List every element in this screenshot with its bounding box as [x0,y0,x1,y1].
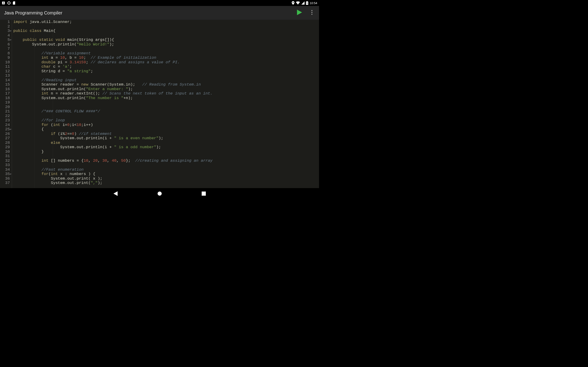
line-number: 15 [1,82,10,87]
code-line[interactable]: if (i%2==0) //if statement [13,132,319,136]
line-number: 22 [1,114,10,118]
code-line[interactable]: //Fast enumeration [13,167,319,172]
code-line[interactable] [13,73,319,78]
line-number: 23 [1,118,10,123]
code-line[interactable]: int [] numbers = {10, 20, 30, 40, 50}; /… [13,158,319,163]
code-line[interactable] [13,114,319,118]
home-button[interactable] [157,191,162,196]
line-number: 7 [1,47,10,51]
line-number: 4 [1,33,10,38]
line-number: 26 [1,132,10,136]
circle-icon [7,1,10,5]
code-line[interactable]: System.out.print(","); [13,181,319,185]
code-line[interactable]: } [13,150,319,154]
code-line[interactable]: String d = "a string"; [13,69,319,74]
code-line[interactable]: System.out.print( x ); [13,176,319,181]
app-square-icon: A [2,1,5,5]
fold-marker-icon[interactable] [10,31,11,32]
code-line[interactable]: public static void main(String args[]){ [13,38,319,42]
line-number: 8 [1,51,10,56]
line-number: 18 [1,96,10,100]
status-bar: A 10:54 [0,0,319,6]
code-line[interactable]: //Reading input [13,78,319,83]
code-line[interactable]: Scanner reader = new Scanner(System.in);… [13,82,319,87]
line-number: 21 [1,109,10,114]
line-number: 10 [1,60,10,65]
svg-point-7 [311,14,312,15]
svg-point-2 [8,2,10,4]
line-number: 17 [1,91,10,96]
recent-apps-button[interactable] [201,191,206,196]
line-number: 5 [1,38,10,42]
code-line[interactable]: System.out.println(i + " is a odd number… [13,145,319,150]
code-line[interactable]: public class Main{ [13,29,319,33]
code-line[interactable]: System.out.println("Enter a number: "); [13,87,319,92]
line-number: 19 [1,100,10,105]
svg-rect-4 [307,1,308,2]
code-line[interactable] [13,163,319,167]
line-number: 2 [1,24,10,29]
line-number: 1 [1,20,10,24]
svg-point-5 [311,10,312,11]
code-line[interactable]: import java.util.Scanner; [13,20,319,24]
line-number-gutter: 1234567891011121314151617181920212223242… [0,20,12,188]
line-number: 13 [1,73,10,78]
line-number: 20 [1,105,10,109]
svg-point-8 [157,192,162,196]
line-number: 36 [1,176,10,181]
fold-marker-icon[interactable] [10,174,11,175]
line-number: 16 [1,87,10,92]
signal-icon [301,1,304,5]
line-number: 30 [1,150,10,154]
code-line[interactable] [13,33,319,38]
line-number: 34 [1,167,10,172]
run-button[interactable] [297,10,302,16]
line-number: 31 [1,154,10,158]
svg-text:A: A [3,2,4,4]
line-number: 32 [1,158,10,163]
app-title: Java Programming Compiler [4,10,62,16]
navigation-bar [0,188,319,199]
code-line[interactable]: int n = reader.nextInt(); // Scans the n… [13,91,319,96]
code-line[interactable]: for (int i=0;i<10;i++) [13,123,319,127]
code-line[interactable] [13,154,319,158]
fold-marker-icon[interactable] [10,40,11,41]
code-line[interactable]: char c = 'a'; [13,65,319,69]
location-icon [292,1,294,5]
code-line[interactable]: { [13,127,319,132]
line-number: 33 [1,163,10,167]
back-button[interactable] [113,191,118,196]
line-number: 28 [1,141,10,145]
code-line[interactable]: //Variable assignment [13,51,319,56]
svg-point-6 [311,12,312,13]
code-line[interactable]: double pi = 3.14159; // declares and ass… [13,60,319,65]
code-line[interactable]: //for loop [13,118,319,123]
code-line[interactable]: System.out.println("Hello World!"); [13,42,319,47]
code-line[interactable] [13,100,319,105]
code-line[interactable]: System.out.println("The number is "+n); [13,96,319,100]
line-number: 6 [1,42,10,47]
fold-marker-icon[interactable] [10,129,11,130]
code-line[interactable]: int a = 10, b = 10; // Example of initia… [13,56,319,60]
line-number: 24 [1,123,10,127]
code-editor[interactable]: 1234567891011121314151617181920212223242… [0,20,319,188]
line-number: 25 [1,127,10,132]
code-line[interactable]: /*### CONTROL FLOW ####*/ [13,109,319,114]
code-line[interactable] [13,105,319,109]
overflow-menu-icon[interactable] [311,10,313,16]
code-line[interactable]: System.out.println(i + " is a even numbe… [13,136,319,141]
wifi-icon [296,1,300,5]
line-number: 11 [1,65,10,69]
line-number: 27 [1,136,10,141]
line-number: 29 [1,145,10,150]
line-number: 35 [1,172,10,176]
code-area[interactable]: import java.util.Scanner; public class M… [12,20,319,188]
line-number: 37 [1,181,10,185]
line-number: 3 [1,29,10,33]
battery-charging-icon [306,1,308,5]
code-line[interactable]: else [13,141,319,145]
code-line[interactable]: for(int x : numbers ) { [13,172,319,176]
code-line[interactable] [13,24,319,29]
line-number: 9 [1,56,10,60]
code-line[interactable] [13,47,319,51]
